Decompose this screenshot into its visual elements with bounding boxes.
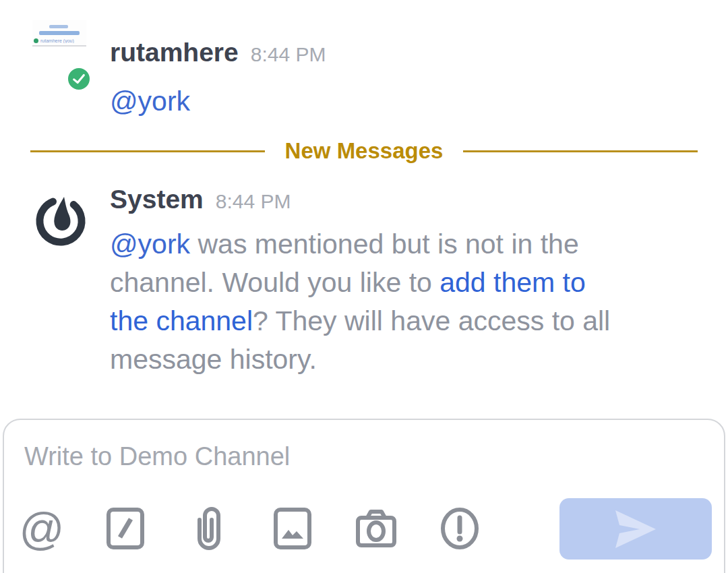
user-mention-link[interactable]: @york	[110, 86, 190, 117]
divider-line	[463, 150, 698, 152]
message-text-line: @york	[110, 82, 190, 121]
message-text: ? They will have access to all	[253, 305, 610, 336]
avatar-decoration	[39, 31, 80, 35]
new-messages-label: New Messages	[285, 138, 444, 164]
message-text-line: @york was mentioned but is not in the	[110, 225, 703, 264]
user-mention-link[interactable]: @york	[110, 229, 190, 260]
message-header: System 8:44 PM	[110, 185, 291, 214]
online-dot-icon	[34, 38, 38, 43]
message-text-line: the channel? They will have access to al…	[110, 302, 703, 340]
message-text-line: message history.	[110, 340, 703, 379]
camera-icon[interactable]	[353, 506, 399, 551]
attachment-icon[interactable]	[186, 506, 232, 551]
username[interactable]: rutamhere	[110, 38, 239, 67]
avatar-caption-row: rutamhere (you)	[34, 38, 86, 44]
avatar-decoration	[49, 25, 68, 28]
message-text-line: channel. Would you like to add them to	[110, 264, 703, 302]
timestamp: 8:44 PM	[216, 190, 291, 213]
message-text: message history.	[110, 344, 317, 375]
system-avatar[interactable]	[32, 193, 89, 249]
username[interactable]: System	[110, 185, 204, 214]
avatar[interactable]: rutamhere (you)	[32, 20, 86, 47]
message-text: channel. Would you like to	[110, 267, 439, 298]
message-body: @york	[110, 82, 190, 121]
new-messages-divider: New Messages	[0, 138, 728, 164]
image-icon[interactable]	[270, 506, 315, 551]
send-icon	[611, 508, 660, 551]
check-icon	[71, 71, 86, 86]
warning-icon[interactable]	[437, 506, 483, 551]
message-header: rutamhere 8:44 PM	[110, 38, 326, 67]
slash-command-icon[interactable]	[102, 506, 148, 551]
mention-icon[interactable]: @	[19, 506, 65, 551]
online-status-badge	[67, 67, 91, 91]
avatar-decoration	[32, 45, 86, 47]
message-body: @york was mentioned but is not in thecha…	[110, 225, 703, 379]
message-text: was mentioned but is not in the	[190, 229, 579, 260]
divider-line	[30, 150, 265, 152]
message-input[interactable]: Write to Demo Channel	[24, 442, 290, 471]
avatar-caption: rutamhere (you)	[40, 38, 74, 43]
action-link[interactable]: the channel	[110, 305, 253, 336]
mattermost-logo-icon	[32, 193, 89, 249]
at-glyph: @	[20, 506, 65, 551]
timestamp: 8:44 PM	[251, 43, 326, 66]
action-link[interactable]: add them to	[439, 267, 586, 298]
send-button[interactable]	[559, 498, 712, 560]
